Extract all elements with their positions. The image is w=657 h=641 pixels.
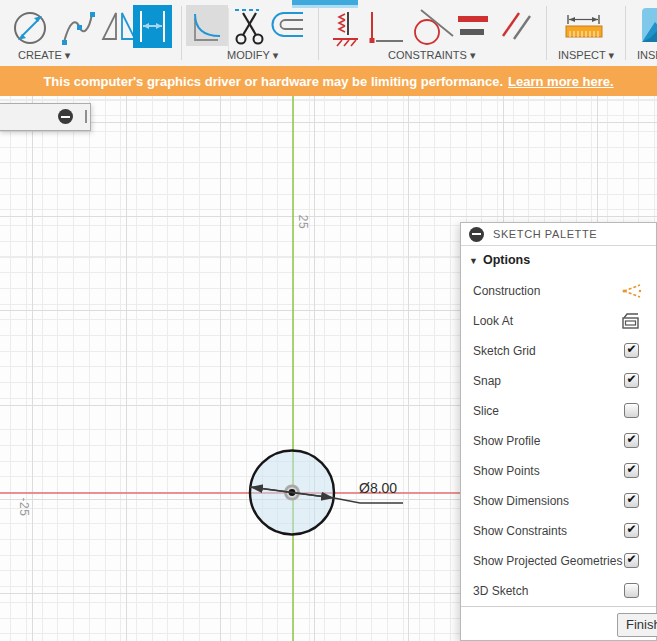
look-at-icon [621,312,641,330]
collapse-minus-icon[interactable] [58,109,73,124]
snap-checkbox[interactable] [624,373,639,388]
show-points-checkbox[interactable] [624,463,639,478]
insert-group-label[interactable]: INSE [637,49,657,61]
tangent-constraint-icon [410,8,456,46]
options-label: Options [483,253,530,267]
3d-sketch-checkbox[interactable] [624,583,639,598]
slice-checkbox[interactable] [624,403,639,418]
toolbar: CREATE ▾ MODIFY ▾ CONSTRAINTS ▾ INSPECT … [0,0,657,66]
constraints-group-label[interactable]: CONSTRAINTS ▾ [388,49,475,62]
palette-footer-divider [461,606,656,607]
row-slice: Slice [461,396,656,426]
trim-tool[interactable] [231,4,271,48]
sketch-grid-checkbox[interactable] [624,343,639,358]
show-constraints-checkbox[interactable] [624,523,639,538]
show-constraints-label: Show Constraints [473,524,567,538]
insert-image-icon [642,8,657,42]
show-profile-label: Show Profile [473,434,540,448]
axis-tick-label-neg25: -25 [17,492,31,522]
toolbar-separator [318,6,319,60]
fillet-icon [186,5,228,46]
tangent-constraint-tool[interactable] [410,8,456,46]
collapsed-palette[interactable] [0,103,91,131]
toolbar-separator [546,6,547,60]
row-3d-sketch: 3D Sketch [461,576,656,606]
row-show-points: Show Points [461,456,656,486]
construction-icon [621,282,643,300]
vertical-horizontal-constraint-tool[interactable] [366,8,406,46]
equal-constraint-tool[interactable] [458,14,490,40]
fix-constraint-tool[interactable] [328,8,362,48]
row-construction: Construction [461,276,656,306]
chevron-down-icon: ▼ [469,256,478,266]
construction-button[interactable] [621,282,643,304]
show-dimensions-label: Show Dimensions [473,494,569,508]
offset-icon [267,6,307,46]
palette-grip[interactable] [85,110,87,123]
equal-constraint-icon [458,14,490,40]
sketch-grid-label: Sketch Grid [473,344,536,358]
snap-label: Snap [473,374,501,388]
finish-sketch-button[interactable]: Finish S [617,613,657,637]
row-sketch-grid: Sketch Grid [461,336,656,366]
performance-warning-banner: This computer's graphics driver or hardw… [0,66,657,96]
look-at-label: Look At [473,314,513,328]
3d-sketch-label: 3D Sketch [473,584,528,598]
dimension-value[interactable]: Ø8.00 [359,480,397,496]
sketch-dimension-tool[interactable] [133,5,172,48]
parallel-constraint-tool[interactable] [500,10,534,42]
row-show-constraints: Show Constraints [461,516,656,546]
create-group-label[interactable]: CREATE ▾ [18,49,70,62]
modify-group-label[interactable]: MODIFY ▾ [227,49,278,62]
learn-more-link[interactable]: Learn more here. [508,74,614,89]
circle-diameter-icon [8,4,54,48]
offset-tool[interactable] [267,6,307,46]
row-show-dimensions: Show Dimensions [461,486,656,516]
inspect-group-label[interactable]: INSPECT ▾ [558,49,614,62]
sketch-palette-panel: SKETCH PALETTE ▼Options Construction Loo… [460,222,657,641]
construction-label: Construction [473,284,540,298]
circle-diameter-tool[interactable] [8,4,54,48]
row-look-at: Look At [461,306,656,336]
sketch-palette-title: SKETCH PALETTE [493,228,597,240]
row-snap: Snap [461,366,656,396]
fillet-tool[interactable] [186,5,228,46]
vertical-horizontal-constraint-icon [366,8,406,46]
insert-image-tool[interactable] [642,8,657,42]
sketch-palette-header[interactable]: SKETCH PALETTE [461,223,656,246]
toolbar-separator [181,6,182,60]
row-show-profile: Show Profile [461,426,656,456]
toolbar-separator [625,6,626,60]
spline-icon [56,4,100,48]
show-dimensions-checkbox[interactable] [624,493,639,508]
warning-message: This computer's graphics driver or hardw… [43,74,503,89]
measure-tool[interactable] [564,14,604,40]
parallel-constraint-icon [500,10,534,42]
trim-scissors-icon [231,4,271,48]
palette-collapse-icon[interactable] [469,227,484,242]
show-projected-geometries-checkbox[interactable] [624,553,639,568]
slice-label: Slice [473,404,499,418]
fix-constraint-icon [328,8,362,48]
spline-tool[interactable] [56,4,100,48]
options-section-header[interactable]: ▼Options [469,253,530,267]
look-at-button[interactable] [621,312,641,334]
row-show-projected-geometries: Show Projected Geometries [461,546,656,576]
axis-tick-label-25: 25 [296,207,310,237]
measure-icon [564,14,604,40]
toolbar-separator [228,8,229,52]
show-points-label: Show Points [473,464,540,478]
sketch-dimension-icon [133,5,172,48]
show-profile-checkbox[interactable] [624,433,639,448]
dimension-leader[interactable] [334,498,403,503]
show-projected-geometries-label: Show Projected Geometries [473,554,622,568]
